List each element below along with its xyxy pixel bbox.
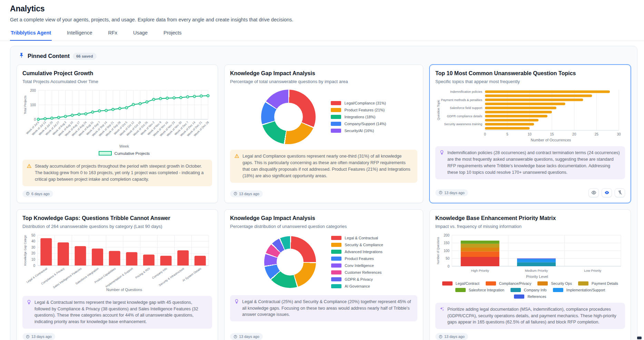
clock-icon — [26, 335, 30, 339]
svg-text:Sales Intelligence Features: Sales Intelligence Features — [52, 267, 82, 289]
note-text: Steady accumulation of projects througho… — [35, 163, 208, 183]
horizontal-scrollbar-thumb[interactable] — [637, 337, 642, 339]
svg-text:0: 0 — [34, 118, 36, 121]
note-text: Legal & Contractual (25%) and Security &… — [242, 299, 413, 318]
svg-text:Low Priority: Low Priority — [584, 269, 601, 272]
card-title: Knowledge Gap Impact Analysis — [230, 215, 417, 221]
svg-text:10: 10 — [31, 258, 36, 261]
svg-text:AI System Details: AI System Details — [182, 267, 202, 282]
view-icon-button[interactable] — [588, 188, 599, 197]
card-title: Cumulative Project Growth — [22, 70, 212, 77]
svg-text:Total Projects: Total Projects — [23, 95, 27, 114]
card-title: Top Knowledge Gaps: Questions Tribble Ca… — [22, 215, 212, 221]
analytics-page: Analytics Get a complete view of your ag… — [0, 0, 644, 340]
svg-text:0: 0 — [484, 132, 486, 136]
card-subtitle: Total Projects Accumulated Over Time — [22, 79, 212, 84]
card-footer: 13 days ago — [435, 329, 625, 340]
card-title: Knowledge Gap Impact Analysis — [230, 70, 417, 77]
card-subtitle: Distribution of 264 unanswerable questio… — [22, 224, 212, 229]
timestamp-badge: 13 days ago — [435, 189, 468, 196]
svg-text:200: 200 — [30, 89, 36, 92]
svg-text:Question Topic: Question Topic — [437, 100, 440, 120]
card-footer: 13 days ago — [230, 186, 417, 197]
insight-note: Indemnification policies (28 occurrences… — [435, 146, 625, 179]
chart: 01020304050Legal & ContractualCompliance… — [22, 232, 212, 292]
tab-usage[interactable]: Usage — [132, 30, 148, 41]
lightbulb-icon — [234, 299, 239, 318]
svg-text:20: 20 — [572, 132, 576, 136]
tab-tribblytics-agent[interactable]: Tribblytics Agent — [10, 30, 52, 41]
svg-text:0: 0 — [33, 263, 35, 267]
svg-text:Number of Questions: Number of Questions — [436, 237, 440, 264]
insight-note: Legal & Contractual (25%) and Security &… — [230, 295, 417, 322]
pinned-card[interactable]: Cumulative Project Growth Total Projects… — [17, 64, 218, 203]
insights-eye-icon-button[interactable] — [602, 188, 612, 197]
pinned-card[interactable]: Top 10 Most Common Unanswerable Question… — [429, 64, 631, 203]
clock-icon — [439, 191, 443, 194]
svg-text:200: 200 — [444, 233, 449, 237]
pin-icon — [19, 52, 24, 60]
svg-text:100: 100 — [30, 103, 36, 107]
unpin-icon-button[interactable] — [615, 188, 625, 197]
tab-bar: Tribblytics Agent Intelligence RFx Usage… — [0, 30, 644, 41]
svg-text:10: 10 — [528, 132, 532, 136]
svg-text:Security awareness training: Security awareness training — [444, 122, 482, 126]
card-footer: 6 days ago — [22, 186, 212, 197]
pinned-card[interactable]: Knowledge Gap Impact Analysis Percentage… — [224, 209, 423, 340]
timestamp-text: 13 days ago — [444, 334, 465, 339]
note-text: Legal & Contractual terms represent the … — [34, 299, 208, 326]
pin-off-icon — [617, 190, 623, 195]
svg-text:GDPR compliance details: GDPR compliance details — [447, 114, 482, 118]
pinned-title: Pinned Content — [28, 53, 70, 59]
card-subtitle: Percentage distribution of unanswered qu… — [230, 224, 417, 229]
lightbulb-icon — [27, 300, 31, 326]
note-text: Legal and Compliance questions represent… — [242, 153, 413, 179]
timestamp-text: 6 days ago — [31, 192, 50, 196]
svg-text:High Priority: High Priority — [471, 269, 489, 272]
timestamp-badge: 13 days ago — [230, 333, 263, 340]
tab-intelligence[interactable]: Intelligence — [66, 30, 93, 41]
svg-text:25: 25 — [595, 132, 599, 136]
card-subtitle: Specific topics that appear most frequen… — [435, 79, 625, 84]
tab-projects[interactable]: Projects — [163, 30, 182, 41]
pinned-card[interactable]: Knowledge Base Enhancement Priority Matr… — [429, 209, 631, 340]
chart: Legal & ContractualSecurity & Compliance… — [230, 232, 417, 291]
card-title: Knowledge Base Enhancement Priority Matr… — [435, 215, 625, 221]
svg-text:Medium Priority: Medium Priority — [525, 269, 548, 272]
card-footer: 13 days ago — [230, 329, 417, 340]
chart: 0100200Week of Jul 6Week of Jul 13Week o… — [22, 88, 212, 156]
svg-text:Knowledge Gap Catego: Knowledge Gap Catego — [23, 235, 27, 266]
card-title: Top 10 Most Common Unanswerable Question… — [435, 70, 625, 77]
eye-icon — [591, 190, 596, 195]
warning-icon — [234, 153, 239, 179]
svg-text:Payment methods & penalties: Payment methods & penalties — [441, 98, 482, 102]
note-text: Indemnification policies (28 occurrences… — [447, 150, 621, 176]
timestamp-text: 13 days ago — [239, 334, 259, 339]
clock-icon — [26, 192, 30, 196]
card-footer: 13 days ago — [435, 184, 625, 197]
svg-text:Implementation & Support: Implementation & Support — [105, 267, 133, 288]
card-footer: 13 days ago — [22, 329, 212, 340]
saved-count-badge: 66 saved — [73, 53, 97, 60]
insight-note: Steady accumulation of projects througho… — [22, 160, 212, 186]
svg-text:40: 40 — [31, 239, 36, 243]
pinned-cards-grid: Cumulative Project Growth Total Projects… — [17, 64, 631, 340]
timestamp-badge: 13 days ago — [230, 190, 263, 197]
sparkles-icon — [439, 307, 444, 326]
pinned-header: Pinned Content 66 saved — [17, 52, 631, 64]
svg-text:150: 150 — [444, 241, 449, 245]
pinned-content-section: Pinned Content 66 saved Cumulative Proje… — [10, 46, 637, 340]
insight-note: Legal & Contractual terms represent the … — [22, 296, 212, 329]
insight-note: Prioritize adding legal documentation (M… — [435, 303, 625, 329]
lightbulb-icon — [439, 150, 444, 176]
pinned-card[interactable]: Top Knowledge Gaps: Questions Tribble Ca… — [17, 209, 218, 340]
timestamp-badge: 6 days ago — [22, 190, 53, 197]
svg-text:30: 30 — [617, 132, 621, 136]
svg-text:5: 5 — [506, 132, 508, 136]
pinned-card[interactable]: Knowledge Gap Impact Analysis Percentage… — [224, 64, 423, 203]
clock-icon — [439, 335, 443, 339]
svg-text:100: 100 — [444, 249, 449, 252]
page-title: Analytics — [10, 4, 634, 13]
insights-eye-icon — [604, 190, 610, 195]
tab-rfx[interactable]: RFx — [107, 30, 118, 41]
